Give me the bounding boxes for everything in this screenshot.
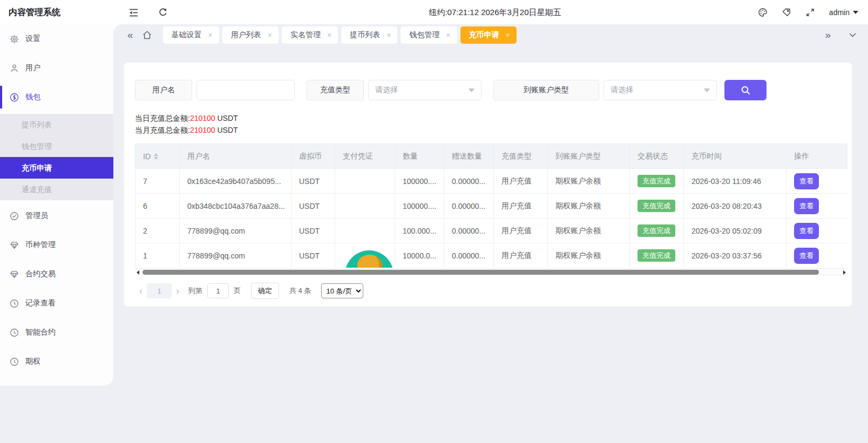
tabs-scroll-left-icon[interactable]: « xyxy=(124,26,137,44)
search-button[interactable] xyxy=(724,80,767,100)
fullscreen-icon[interactable] xyxy=(805,8,815,17)
goto-suffix: 页 xyxy=(234,286,241,296)
col-type: 充值类型 xyxy=(494,144,548,169)
current-page[interactable]: 1 xyxy=(147,283,172,298)
view-button[interactable]: 查看 xyxy=(794,198,819,214)
sidebar-item-coin-manage[interactable]: 币种管理 xyxy=(0,230,113,260)
sidebar-item-label: 钱包 xyxy=(25,92,40,102)
app-title: 内容管理系统 xyxy=(9,0,60,24)
user-menu[interactable]: admin xyxy=(829,8,858,17)
tab-basic-settings[interactable]: 基础设置 × xyxy=(163,26,219,44)
next-page-icon[interactable]: › xyxy=(172,285,184,297)
sidebar-item-admin[interactable]: 管理员 xyxy=(0,201,113,230)
col-status: 交易状态 xyxy=(630,144,684,169)
tabs-scroll-right-icon[interactable]: » xyxy=(822,26,834,44)
sidebar-item-label: 币种管理 xyxy=(25,240,56,250)
view-button[interactable]: 查看 xyxy=(794,223,819,239)
filter-bar: 用户名 充值类型 请选择 到账账户类型 请选择 xyxy=(135,80,841,100)
confirm-button[interactable]: 确定 xyxy=(251,283,279,299)
close-icon[interactable]: × xyxy=(268,31,272,39)
clock-icon xyxy=(10,328,19,337)
close-icon[interactable]: × xyxy=(446,31,450,39)
palette-icon[interactable] xyxy=(758,8,768,17)
caret-down-icon xyxy=(704,88,710,92)
col-action: 操作 xyxy=(786,144,848,169)
sidebar-item-contract-trade[interactable]: 合约交易 xyxy=(0,260,113,289)
sidebar-item-label: 记录查看 xyxy=(25,298,56,308)
caret-down-icon xyxy=(469,88,474,92)
tab-user-list[interactable]: 用户列表 × xyxy=(222,26,279,44)
pagination: ‹ 1 › 到第 页 确定 共 4 条 10 条/页 xyxy=(135,283,841,299)
content-card: 用户名 充值类型 请选择 到账账户类型 请选择 当日充值总金额:210100 U… xyxy=(124,63,852,306)
sidebar-item-label: 合约交易 xyxy=(25,269,56,279)
close-icon[interactable]: × xyxy=(327,31,331,39)
col-proof: 支付凭证 xyxy=(335,144,395,169)
sidebar-item-wallet[interactable]: 钱包 xyxy=(0,83,113,112)
daily-total-value: 210100 xyxy=(190,114,215,122)
horizontal-scrollbar[interactable] xyxy=(135,268,847,275)
dollar-circle-icon xyxy=(10,93,19,102)
caret-down-icon xyxy=(853,11,858,14)
payment-proof-image[interactable] xyxy=(345,250,394,268)
goto-prefix: 到第 xyxy=(188,286,202,296)
status-badge: 充值完成 xyxy=(638,175,675,187)
user-name: admin xyxy=(829,8,850,17)
scrollbar-thumb[interactable] xyxy=(143,270,819,275)
sidebar-item-smart-contract[interactable]: 智能合约 xyxy=(0,318,113,347)
col-id[interactable]: ID xyxy=(135,144,180,169)
close-icon[interactable]: × xyxy=(506,31,510,39)
tab-withdraw-list[interactable]: 提币列表 × xyxy=(341,26,397,44)
close-icon[interactable]: × xyxy=(386,31,391,39)
sidebar-item-label: 智能合约 xyxy=(25,328,56,337)
wallet-submenu: 提币列表 钱包管理 充币申请 通道充值 xyxy=(0,114,113,200)
sidebar-item-users[interactable]: 用户 xyxy=(0,53,113,83)
col-coin: 虚拟币 xyxy=(291,144,335,169)
username-input[interactable] xyxy=(196,80,295,100)
clock-icon xyxy=(10,357,19,366)
sidebar: 设置 用户 钱包 提币列表 钱包管理 充币申请 通道充值 管理员 xyxy=(0,24,113,386)
status-badge: 充值完成 xyxy=(638,200,675,212)
view-button[interactable]: 查看 xyxy=(794,248,819,264)
table-row: 1 778899@qq.com USDT 10000.0... 0.00000.… xyxy=(135,243,848,268)
world-clock: 纽约:07:21:12 2026年3月20日星期五 xyxy=(429,0,561,24)
prev-page-icon[interactable]: ‹ xyxy=(135,285,147,297)
tabs-menu-chevron-icon[interactable] xyxy=(846,33,859,37)
col-amount: 数量 xyxy=(395,144,444,169)
sidebar-item-label: 用户 xyxy=(25,63,40,73)
sidebar-item-options[interactable]: 期权 xyxy=(0,347,113,376)
tag-icon[interactable] xyxy=(782,8,791,17)
scroll-right-arrow-icon[interactable] xyxy=(843,270,846,275)
monthly-total-value: 210100 xyxy=(190,126,215,134)
gear-icon xyxy=(10,35,19,44)
sidebar-item-label: 管理员 xyxy=(25,211,48,221)
recharge-type-label: 充值类型 xyxy=(307,80,364,100)
sidebar-item-record-view[interactable]: 记录查看 xyxy=(0,289,113,318)
view-button[interactable]: 查看 xyxy=(794,173,819,189)
user-icon xyxy=(10,64,19,73)
sidebar-subitem-wallet-manage[interactable]: 钱包管理 xyxy=(0,135,113,157)
collapse-menu-icon[interactable] xyxy=(127,6,139,18)
account-type-select[interactable]: 请选择 xyxy=(603,80,717,100)
sidebar-subitem-channel-recharge[interactable]: 通道充值 xyxy=(0,179,113,200)
sidebar-subitem-deposit-apply[interactable]: 充币申请 xyxy=(0,157,113,179)
account-type-label: 到账账户类型 xyxy=(493,80,599,100)
close-icon[interactable]: × xyxy=(208,31,213,39)
recharge-type-select[interactable]: 请选择 xyxy=(368,80,482,100)
sidebar-subitem-withdraw-list[interactable]: 提币列表 xyxy=(0,114,113,135)
home-icon[interactable] xyxy=(137,30,158,40)
username-label: 用户名 xyxy=(135,80,192,100)
sidebar-item-settings[interactable]: 设置 xyxy=(0,24,113,53)
gem-icon xyxy=(10,241,19,250)
goto-page-input[interactable] xyxy=(207,283,229,298)
scroll-left-arrow-icon[interactable] xyxy=(137,270,139,275)
badge-check-icon xyxy=(10,212,19,221)
tab-wallet-manage[interactable]: 钱包管理 × xyxy=(401,26,457,44)
tab-deposit-apply[interactable]: 充币申请 × xyxy=(460,26,517,44)
page-size-select[interactable]: 10 条/页 xyxy=(321,283,363,298)
refresh-icon[interactable] xyxy=(157,6,169,18)
search-icon xyxy=(741,85,751,96)
sort-icon[interactable] xyxy=(154,153,158,160)
tab-kyc-manage[interactable]: 实名管理 × xyxy=(282,26,338,44)
status-badge: 充值完成 xyxy=(638,249,675,262)
col-time: 充币时间 xyxy=(684,144,786,169)
